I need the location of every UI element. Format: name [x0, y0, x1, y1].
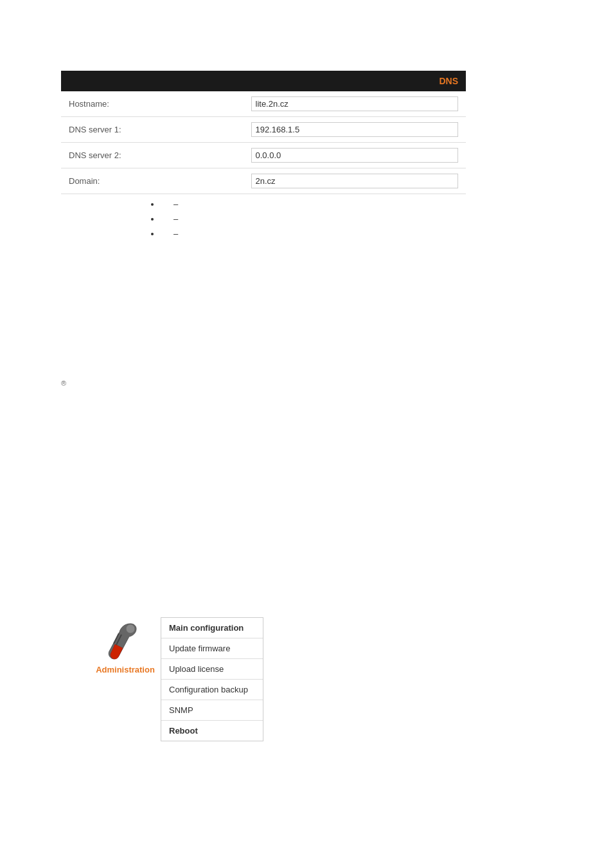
trademark-symbol: ® — [61, 379, 66, 387]
admin-icon-block: Administration — [90, 617, 161, 674]
admin-menu-header: Main configuration — [161, 618, 263, 638]
hostname-input[interactable] — [251, 96, 459, 111]
dns-table: DNS Hostname: DNS server 1: DNS server 2… — [61, 71, 466, 194]
dns2-label: DNS server 2: — [61, 143, 244, 168]
dns1-label: DNS server 1: — [61, 117, 244, 143]
hostname-label: Hostname: — [61, 91, 244, 117]
domain-input[interactable] — [251, 174, 459, 188]
list-item: – — [161, 229, 178, 239]
dns-title: DNS — [244, 71, 466, 91]
menu-item-reboot[interactable]: Reboot — [161, 721, 263, 741]
menu-item-snmp[interactable]: SNMP — [161, 700, 263, 721]
admin-label: Administration — [96, 665, 155, 674]
list-item: – — [161, 199, 178, 209]
administration-icon — [103, 617, 148, 662]
menu-item-upload-license[interactable]: Upload license — [161, 659, 263, 680]
admin-menu: Main configuration Update firmware Uploa… — [161, 617, 263, 741]
trademark-section: ® — [61, 379, 66, 387]
menu-item-config-backup[interactable]: Configuration backup — [161, 680, 263, 700]
dns2-input[interactable] — [251, 148, 459, 163]
admin-section: Administration Main configuration Update… — [90, 617, 263, 741]
dns1-input[interactable] — [251, 122, 459, 137]
svg-point-0 — [126, 624, 135, 633]
menu-item-update-firmware[interactable]: Update firmware — [161, 638, 263, 659]
list-item: – — [161, 214, 178, 224]
bullet-list-section: – – – — [148, 199, 178, 244]
dns-section: DNS Hostname: DNS server 1: DNS server 2… — [61, 71, 466, 194]
domain-label: Domain: — [61, 168, 244, 194]
